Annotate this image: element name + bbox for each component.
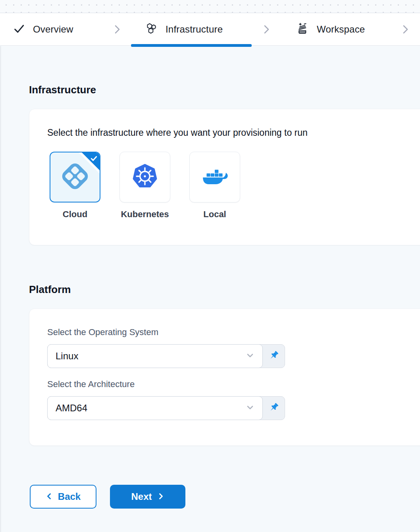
tab-infrastructure[interactable]: Infrastructure [145, 13, 223, 45]
tab-workspace[interactable]: Workspace [297, 13, 365, 45]
chevron-right-icon [401, 13, 410, 45]
pushpin-icon [268, 350, 279, 362]
architecture-field-label: Select the Architecture [47, 379, 408, 389]
cloud-tile-label: Cloud [63, 209, 87, 220]
chevron-down-icon [245, 402, 255, 414]
option-local: Local [189, 152, 240, 220]
local-tile-label: Local [203, 209, 226, 220]
os-select[interactable]: Linux [47, 344, 263, 368]
architecture-select-value: AMD64 [56, 403, 87, 414]
hexagons-icon [145, 22, 158, 36]
infrastructure-prompt: Select the infrastructure where you want… [47, 127, 408, 138]
pushpin-icon [268, 402, 279, 414]
wizard-navigation: Back Next [30, 485, 420, 509]
chevron-down-icon [245, 350, 255, 362]
platform-section-title: Platform [29, 283, 420, 296]
infrastructure-panel: Select the infrastructure where you want… [29, 109, 420, 245]
wizard-content: Infrastructure Select the infrastructure… [0, 84, 420, 509]
chevron-left-icon [46, 491, 53, 502]
tab-workspace-label: Workspace [317, 24, 365, 35]
infrastructure-options: Cloud [50, 152, 408, 220]
tab-overview-label: Overview [33, 24, 73, 35]
os-select-group: Linux [47, 344, 285, 368]
back-button[interactable]: Back [30, 485, 96, 509]
check-icon [13, 23, 25, 36]
dotted-background-strip [0, 0, 420, 13]
kubernetes-tile-label: Kubernetes [121, 209, 169, 220]
kubernetes-tile[interactable] [119, 152, 170, 202]
next-button[interactable]: Next [110, 485, 185, 509]
active-tab-indicator [131, 44, 252, 47]
architecture-select[interactable]: AMD64 [47, 396, 263, 420]
back-button-label: Back [58, 491, 81, 502]
option-kubernetes: Kubernetes [119, 152, 170, 220]
tab-infrastructure-label: Infrastructure [166, 24, 223, 35]
os-field-label: Select the Operating System [47, 327, 408, 337]
os-field: Select the Operating System Linux [47, 327, 408, 368]
option-cloud: Cloud [50, 152, 100, 220]
chevron-right-icon [112, 13, 122, 45]
cloud-tile[interactable] [50, 152, 100, 202]
layers-stack-icon [297, 22, 309, 36]
checkmark-icon [90, 154, 98, 164]
cloud-provider-icon [59, 160, 91, 194]
docker-icon [201, 166, 228, 188]
wizard-stepper: Overview Infrastructure [0, 13, 420, 46]
infrastructure-section-title: Infrastructure [29, 84, 420, 96]
architecture-pin-button[interactable] [263, 397, 285, 420]
tab-overview[interactable]: Overview [13, 13, 73, 45]
chevron-right-icon [157, 491, 164, 502]
kubernetes-icon [132, 164, 158, 191]
architecture-select-group: AMD64 [47, 396, 285, 420]
chevron-right-icon [262, 13, 271, 45]
os-select-value: Linux [56, 351, 78, 362]
platform-panel: Select the Operating System Linux [29, 308, 420, 446]
os-pin-button[interactable] [263, 345, 285, 368]
architecture-field: Select the Architecture AMD64 [47, 379, 408, 420]
next-button-label: Next [131, 491, 152, 502]
local-tile[interactable] [189, 152, 240, 202]
